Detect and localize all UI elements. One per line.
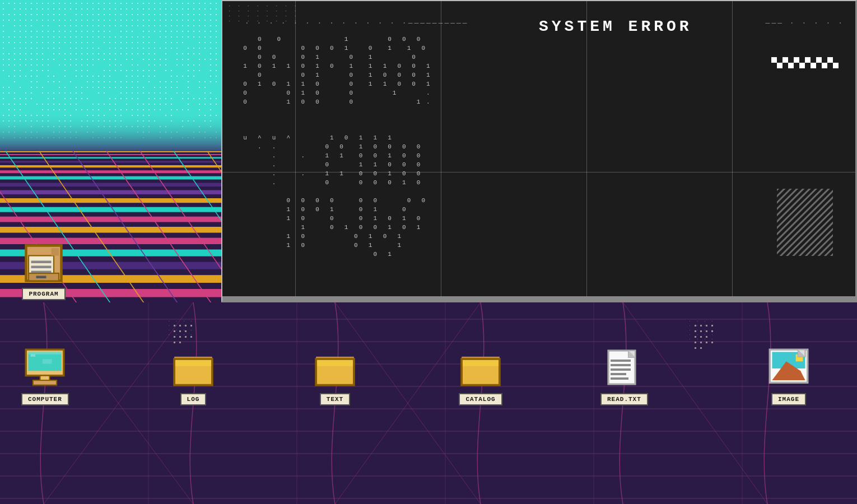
text-icon (313, 346, 357, 391)
svg-rect-40 (611, 377, 628, 380)
system-error-monitor: SYSTEM ERROR · · · · · · · · · · · · · ·… (221, 0, 857, 302)
log-label: LOG (180, 393, 207, 405)
diag-svg (777, 189, 833, 256)
image-icon (766, 346, 811, 391)
readtxt-icon (602, 346, 646, 391)
program-icon-container[interactable]: PROGRAM (21, 241, 66, 300)
image-label: IMAGE (771, 393, 806, 405)
svg-rect-14 (33, 380, 57, 385)
svg-rect-38 (611, 368, 631, 371)
folder-text-svg (314, 347, 356, 390)
catalog-icon-container[interactable]: CATALOG (458, 346, 503, 405)
computer-svg (24, 347, 66, 390)
svg-rect-37 (611, 364, 631, 366)
svg-rect-13 (40, 376, 50, 380)
svg-rect-15 (31, 354, 35, 357)
svg-rect-36 (611, 360, 631, 362)
text-icon-container[interactable]: TEXT (313, 346, 357, 405)
svg-rect-39 (611, 373, 626, 375)
image-icon-container[interactable]: IMAGE (766, 346, 811, 405)
dot-scatter-2: · · · ·· · · ·· · · ·· · · ·· · · · (689, 319, 715, 342)
computer-label: COMPUTER (21, 393, 69, 405)
monitor-screen: SYSTEM ERROR · · · · · · · · · · · · · ·… (222, 1, 855, 301)
folder-log-svg (172, 347, 215, 390)
log-icon (171, 346, 216, 391)
diagonal-pattern (777, 189, 833, 256)
image-svg (767, 347, 810, 390)
computer-icon (22, 346, 67, 391)
desktop: · · · ·· · · ·· · · ·· · · · · · · ·· · … (0, 302, 857, 504)
floppy-disk-svg (24, 243, 64, 283)
svg-rect-10 (36, 276, 46, 279)
svg-rect-16 (43, 359, 52, 363)
dot-scatter-1: · · · ·· · · ·· · · ·· · · · (168, 319, 194, 337)
monitor-bottom-bar (222, 296, 855, 301)
catalog-icon (458, 346, 503, 391)
svg-rect-21 (174, 359, 212, 366)
document-svg (604, 348, 644, 389)
readtxt-label: READ.TXT (600, 393, 648, 405)
svg-rect-6 (31, 266, 52, 269)
log-icon-container[interactable]: LOG (171, 346, 216, 405)
svg-rect-31 (462, 359, 500, 366)
folder-catalog-svg (459, 347, 502, 390)
program-icon (21, 241, 66, 286)
binary-data-display: 0 0 1 0 0 0 0 0 0 0 0 1 0 1 1 0 0 0 0 1 … (222, 1, 855, 301)
svg-rect-4 (29, 256, 54, 274)
text-label: TEXT (320, 393, 350, 405)
program-label: PROGRAM (22, 288, 65, 300)
svg-rect-8 (52, 248, 59, 256)
svg-rect-1 (777, 189, 833, 256)
computer-icon-container[interactable]: COMPUTER (21, 346, 69, 405)
svg-rect-17 (29, 352, 62, 354)
svg-rect-26 (316, 359, 354, 366)
desktop-background (0, 302, 857, 504)
catalog-label: CATALOG (459, 393, 502, 405)
svg-rect-5 (31, 261, 52, 264)
readtxt-icon-container[interactable]: READ.TXT (600, 346, 648, 405)
dot-scatter-monitor-tl: · · · · · · · ·· · · · · · · ·· · · · · … (228, 4, 299, 24)
